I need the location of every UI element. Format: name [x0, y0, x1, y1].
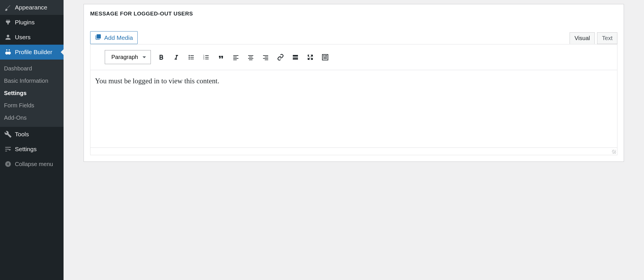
align-center-button[interactable]	[246, 53, 255, 62]
align-right-button[interactable]	[261, 53, 270, 62]
svg-rect-35	[323, 57, 327, 57]
link-button[interactable]	[276, 53, 285, 62]
svg-rect-14	[205, 55, 209, 56]
submenu-addons[interactable]: Add-Ons	[0, 112, 64, 124]
svg-rect-31	[293, 58, 298, 60]
editor-box: Paragraph 123 You must be logged in to v…	[90, 44, 617, 155]
media-icon	[95, 34, 101, 42]
tab-text[interactable]: Text	[597, 32, 617, 44]
user-icon	[4, 33, 12, 41]
tab-visual[interactable]: Visual	[570, 32, 595, 44]
svg-rect-8	[190, 55, 194, 56]
svg-rect-28	[265, 60, 268, 60]
sidebar-label: Settings	[15, 146, 37, 153]
submenu-basic-info[interactable]: Basic Information	[0, 75, 64, 87]
svg-rect-22	[249, 57, 252, 57]
svg-rect-23	[248, 58, 253, 59]
sliders-icon	[4, 145, 12, 153]
svg-rect-36	[323, 58, 327, 59]
profile-builder-icon	[4, 48, 12, 56]
wrench-icon	[4, 130, 12, 138]
svg-rect-9	[190, 57, 194, 58]
sidebar-item-profile-builder[interactable]: Profile Builder	[0, 45, 64, 60]
settings-panel: MESSAGE FOR LOGGED-OUT USERS Add Media V…	[84, 4, 624, 162]
format-select[interactable]: Paragraph	[105, 50, 151, 64]
editor-toolbar: Paragraph 123	[90, 44, 617, 70]
format-select-value: Paragraph	[111, 54, 138, 60]
toolbar-toggle-button[interactable]	[321, 53, 329, 62]
svg-rect-20	[233, 60, 237, 60]
read-more-button[interactable]	[291, 53, 300, 62]
blockquote-button[interactable]	[217, 53, 225, 62]
svg-point-5	[189, 55, 190, 56]
editor-header-row: Add Media Visual Text	[90, 31, 617, 44]
align-left-button[interactable]	[232, 53, 240, 62]
submenu-dashboard[interactable]: Dashboard	[0, 62, 64, 75]
sidebar-label: Plugins	[15, 19, 35, 26]
editor-text: You must be logged in to view this conte…	[95, 77, 613, 85]
svg-rect-29	[293, 55, 298, 56]
svg-point-1	[9, 49, 10, 50]
svg-rect-33	[323, 55, 325, 56]
sidebar-item-plugins[interactable]: Plugins	[0, 15, 64, 30]
svg-rect-21	[248, 55, 253, 56]
editor-tabs: Visual Text	[567, 32, 617, 44]
add-media-button[interactable]: Add Media	[90, 31, 138, 44]
collapse-label: Collapse menu	[15, 161, 53, 167]
svg-text:3: 3	[203, 58, 204, 60]
submenu-settings[interactable]: Settings	[0, 87, 64, 99]
numbered-list-button[interactable]: 123	[202, 53, 210, 62]
svg-rect-16	[205, 59, 209, 59]
svg-point-7	[189, 58, 190, 60]
plug-icon	[4, 18, 12, 26]
section-title: MESSAGE FOR LOGGED-OUT USERS	[90, 11, 617, 20]
svg-rect-18	[233, 57, 237, 57]
svg-rect-27	[263, 58, 268, 59]
svg-rect-25	[263, 55, 268, 56]
brush-icon	[4, 3, 12, 11]
submenu-form-fields[interactable]: Form Fields	[0, 99, 64, 112]
bold-button[interactable]	[157, 53, 166, 62]
add-media-label: Add Media	[104, 34, 133, 41]
collapse-icon	[4, 160, 12, 168]
editor-statusbar[interactable]	[90, 147, 617, 155]
bullet-list-button[interactable]	[187, 53, 195, 62]
sidebar-item-settings[interactable]: Settings	[0, 142, 64, 157]
editor-content[interactable]: You must be logged in to view this conte…	[90, 70, 617, 147]
svg-rect-26	[265, 57, 268, 57]
sidebar-label: Profile Builder	[15, 49, 52, 56]
svg-rect-34	[325, 55, 327, 56]
sidebar-item-appearance[interactable]: Appearance	[0, 0, 64, 15]
admin-sidebar: Appearance Plugins Users Profile Builder…	[0, 0, 64, 280]
italic-button[interactable]	[172, 53, 181, 62]
svg-point-3	[8, 52, 11, 55]
sidebar-label: Users	[15, 34, 31, 41]
sidebar-item-tools[interactable]: Tools	[0, 127, 64, 142]
svg-rect-17	[233, 55, 238, 56]
svg-rect-24	[249, 60, 252, 60]
svg-point-6	[189, 57, 190, 58]
svg-rect-30	[293, 57, 298, 58]
svg-rect-19	[233, 58, 238, 59]
svg-rect-15	[205, 57, 209, 58]
main-content: MESSAGE FOR LOGGED-OUT USERS Add Media V…	[64, 0, 644, 280]
sidebar-label: Appearance	[15, 4, 47, 11]
collapse-menu[interactable]: Collapse menu	[0, 157, 64, 171]
fullscreen-button[interactable]	[306, 53, 315, 62]
sidebar-item-users[interactable]: Users	[0, 30, 64, 45]
sidebar-label: Tools	[15, 131, 29, 138]
svg-point-0	[6, 49, 7, 50]
svg-rect-10	[190, 59, 194, 59]
submenu-profile-builder: Dashboard Basic Information Settings For…	[0, 60, 64, 127]
